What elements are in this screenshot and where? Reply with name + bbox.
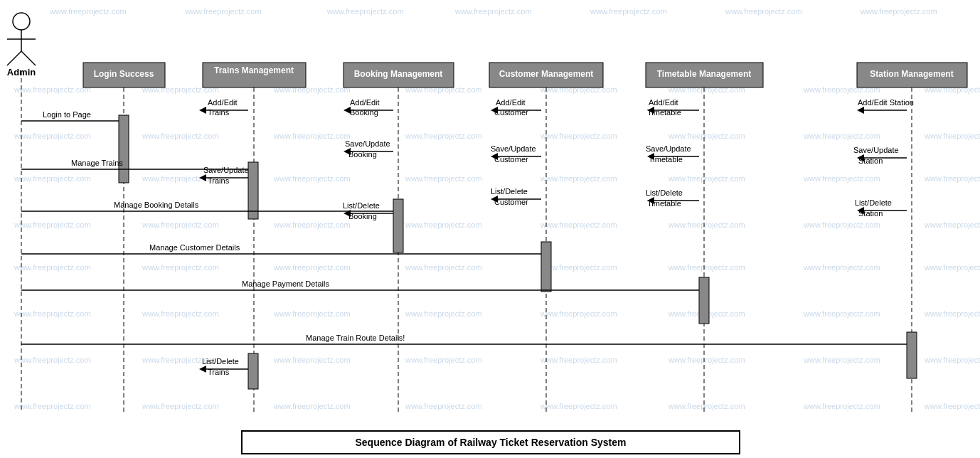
svg-rect-120 <box>393 199 403 252</box>
svg-text:www.freeprojectz.com: www.freeprojectz.com <box>803 402 880 410</box>
svg-text:Customer: Customer <box>494 155 528 164</box>
svg-text:www.freeprojectz.com: www.freeprojectz.com <box>49 7 127 16</box>
svg-text:www.freeprojectz.com: www.freeprojectz.com <box>142 132 219 140</box>
svg-text:Booking: Booking <box>350 108 378 117</box>
svg-text:Sequence Diagram of Railway Ti: Sequence Diagram of Railway Ticket Reser… <box>355 437 626 448</box>
svg-text:www.freeprojectz.com: www.freeprojectz.com <box>540 174 617 183</box>
svg-text:www.freeprojectz.com: www.freeprojectz.com <box>405 402 482 410</box>
svg-text:www.freeprojectz.com: www.freeprojectz.com <box>803 220 880 229</box>
svg-text:www.freeprojectz.com: www.freeprojectz.com <box>14 402 91 410</box>
svg-text:Add/Edit Station: Add/Edit Station <box>858 98 914 107</box>
svg-text:www.freeprojectz.com: www.freeprojectz.com <box>803 356 880 364</box>
svg-text:www.freeprojectz.com: www.freeprojectz.com <box>924 220 980 229</box>
svg-text:www.freeprojectz.com: www.freeprojectz.com <box>326 7 404 16</box>
svg-text:www.freeprojectz.com: www.freeprojectz.com <box>405 309 482 318</box>
svg-text:List/Delete: List/Delete <box>646 188 683 197</box>
svg-text:Timetable: Timetable <box>647 199 681 208</box>
svg-text:Save/Update: Save/Update <box>646 144 691 153</box>
svg-line-74 <box>7 51 21 65</box>
svg-text:Booking: Booking <box>348 212 377 220</box>
svg-text:Manage Trains: Manage Trains <box>71 159 123 167</box>
svg-text:Manage Customer Details: Manage Customer Details <box>149 243 240 252</box>
svg-text:www.freeprojectz.com: www.freeprojectz.com <box>405 356 482 364</box>
svg-text:Manage Booking Details: Manage Booking Details <box>114 201 199 209</box>
svg-marker-105 <box>199 107 206 114</box>
svg-text:www.freeprojectz.com: www.freeprojectz.com <box>668 402 745 410</box>
svg-text:List/Delete: List/Delete <box>855 198 892 207</box>
svg-text:www.freeprojectz.com: www.freeprojectz.com <box>540 402 617 410</box>
svg-text:www.freeprojectz.com: www.freeprojectz.com <box>803 174 880 183</box>
svg-text:www.freeprojectz.com: www.freeprojectz.com <box>14 220 91 229</box>
svg-text:www.freeprojectz.com: www.freeprojectz.com <box>14 85 91 94</box>
svg-text:Station: Station <box>858 209 883 218</box>
svg-text:Customer: Customer <box>494 198 528 206</box>
svg-text:Add/Edit: Add/Edit <box>350 98 380 107</box>
svg-text:www.freeprojectz.com: www.freeprojectz.com <box>924 356 980 364</box>
svg-text:List/Delete: List/Delete <box>491 187 528 196</box>
svg-text:Add/Edit: Add/Edit <box>208 98 238 107</box>
svg-text:www.freeprojectz.com: www.freeprojectz.com <box>924 263 980 272</box>
svg-marker-170 <box>857 107 864 114</box>
svg-rect-103 <box>248 162 258 219</box>
svg-text:www.freeprojectz.com: www.freeprojectz.com <box>454 7 532 16</box>
svg-text:Login to Page: Login to Page <box>43 110 91 119</box>
svg-rect-99 <box>119 115 129 183</box>
svg-marker-113 <box>199 366 206 373</box>
svg-text:Manage Payment Details: Manage Payment Details <box>242 279 329 288</box>
svg-text:www.freeprojectz.com: www.freeprojectz.com <box>273 263 351 272</box>
svg-text:Trains: Trains <box>208 176 230 185</box>
svg-text:www.freeprojectz.com: www.freeprojectz.com <box>668 356 745 364</box>
diagram-container: www.freeprojectz.com www.freeprojectz.co… <box>0 0 980 458</box>
svg-text:www.freeprojectz.com: www.freeprojectz.com <box>273 220 351 229</box>
svg-text:www.freeprojectz.com: www.freeprojectz.com <box>860 7 937 16</box>
svg-text:www.freeprojectz.com: www.freeprojectz.com <box>14 356 91 364</box>
svg-text:Station Management: Station Management <box>870 69 953 79</box>
svg-text:www.freeprojectz.com: www.freeprojectz.com <box>540 356 617 364</box>
svg-text:www.freeprojectz.com: www.freeprojectz.com <box>540 309 617 318</box>
svg-text:www.freeprojectz.com: www.freeprojectz.com <box>668 220 745 229</box>
svg-text:Booking: Booking <box>348 150 377 159</box>
svg-rect-116 <box>248 353 258 389</box>
svg-text:Save/Update: Save/Update <box>345 139 390 148</box>
svg-text:www.freeprojectz.com: www.freeprojectz.com <box>924 174 980 183</box>
svg-text:www.freeprojectz.com: www.freeprojectz.com <box>142 402 219 410</box>
svg-text:List/Delete: List/Delete <box>343 201 380 210</box>
svg-text:www.freeprojectz.com: www.freeprojectz.com <box>405 174 482 183</box>
svg-text:www.freeprojectz.com: www.freeprojectz.com <box>405 220 482 229</box>
svg-text:www.freeprojectz.com: www.freeprojectz.com <box>14 132 91 140</box>
svg-text:Booking Management: Booking Management <box>354 69 443 79</box>
svg-text:www.freeprojectz.com: www.freeprojectz.com <box>803 132 880 140</box>
svg-text:www.freeprojectz.com: www.freeprojectz.com <box>405 132 482 140</box>
svg-text:www.freeprojectz.com: www.freeprojectz.com <box>803 309 880 318</box>
svg-rect-136 <box>541 242 551 292</box>
svg-point-71 <box>13 13 30 30</box>
svg-text:www.freeprojectz.com: www.freeprojectz.com <box>14 309 91 318</box>
svg-text:www.freeprojectz.com: www.freeprojectz.com <box>924 309 980 318</box>
svg-text:www.freeprojectz.com: www.freeprojectz.com <box>540 220 617 229</box>
svg-text:www.freeprojectz.com: www.freeprojectz.com <box>803 263 880 272</box>
svg-text:Add/Edit: Add/Edit <box>649 98 678 107</box>
svg-text:Timetable Management: Timetable Management <box>657 69 751 79</box>
svg-text:Timetable: Timetable <box>647 108 681 117</box>
svg-text:www.freeprojectz.com: www.freeprojectz.com <box>184 7 262 16</box>
svg-text:www.freeprojectz.com: www.freeprojectz.com <box>668 174 745 183</box>
svg-text:Save/Update: Save/Update <box>853 146 899 154</box>
svg-rect-152 <box>699 277 709 324</box>
svg-text:Trains: Trains <box>208 108 230 117</box>
svg-line-75 <box>21 51 36 65</box>
svg-text:www.freeprojectz.com: www.freeprojectz.com <box>142 309 219 318</box>
svg-text:Station: Station <box>858 156 883 165</box>
svg-text:Timetable: Timetable <box>649 155 683 164</box>
svg-text:Add/Edit: Add/Edit <box>496 98 526 107</box>
svg-text:Customer Management: Customer Management <box>499 69 594 79</box>
svg-text:www.freeprojectz.com: www.freeprojectz.com <box>668 263 745 272</box>
svg-text:www.freeprojectz.com: www.freeprojectz.com <box>273 174 351 183</box>
svg-text:www.freeprojectz.com: www.freeprojectz.com <box>668 132 745 140</box>
svg-text:www.freeprojectz.com: www.freeprojectz.com <box>273 132 351 140</box>
svg-rect-168 <box>907 332 917 378</box>
svg-text:www.freeprojectz.com: www.freeprojectz.com <box>142 220 219 229</box>
svg-text:Save/Update: Save/Update <box>491 144 536 153</box>
svg-text:www.freeprojectz.com: www.freeprojectz.com <box>540 132 617 140</box>
svg-text:www.freeprojectz.com: www.freeprojectz.com <box>273 402 351 410</box>
svg-text:Customer: Customer <box>494 108 528 117</box>
